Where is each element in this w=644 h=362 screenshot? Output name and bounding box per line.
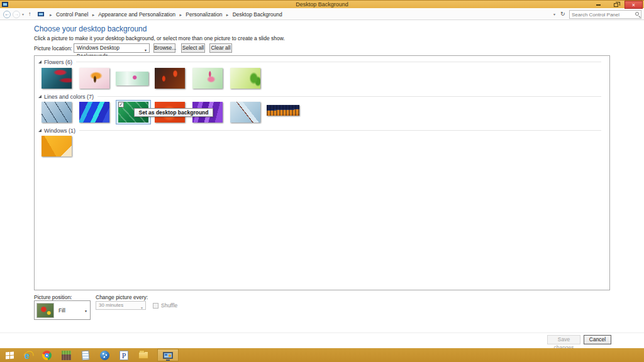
wallpaper-thumb-windows-default[interactable] xyxy=(42,136,72,156)
minimize-icon xyxy=(596,4,601,6)
chevron-down-icon: ▾ xyxy=(145,47,147,55)
picture-position-label: Picture position: xyxy=(34,294,72,300)
restore-icon xyxy=(614,3,618,7)
wallpaper-thumb-blue-cyan-abstract[interactable] xyxy=(79,102,109,123)
taskbar-item-blue-sphere-app[interactable] xyxy=(96,349,113,361)
collapse-triangle-icon xyxy=(38,95,42,98)
wallpaper-thumb-city-skyline-strip[interactable] xyxy=(267,105,299,116)
select-all-button[interactable]: Select all xyxy=(181,43,205,53)
selected-checkbox[interactable]: ✓ xyxy=(118,102,124,107)
wallpaper-gallery: Flowers (6) Lines and colors (7) ✓ Windo… xyxy=(34,55,610,290)
p-app-icon: P xyxy=(119,351,128,360)
taskbar-item-internet-explorer[interactable]: e xyxy=(19,349,35,361)
taskbar-item-p-app[interactable]: P xyxy=(116,349,132,361)
collapse-triangle-icon xyxy=(38,60,42,63)
search-icon xyxy=(635,12,639,16)
category-header-windows[interactable]: Windows (1) xyxy=(38,127,601,134)
change-picture-dropdown-disabled: 30 minutes ▾ xyxy=(96,301,146,310)
address-dropdown-icon[interactable]: ▾ xyxy=(553,12,555,16)
up-button[interactable]: ↑ xyxy=(28,11,31,17)
taskbar-item-desktop-background-active[interactable] xyxy=(157,349,179,361)
category-header-lines-and-colors[interactable]: Lines and colors (7) xyxy=(38,93,601,100)
blue-sphere-icon xyxy=(100,351,109,360)
breadcrumb: ▸ Control Panel ▸ Appearance and Persona… xyxy=(47,11,282,18)
browse-button[interactable]: Browse... xyxy=(153,43,175,53)
category-label: Windows (1) xyxy=(44,128,75,134)
wallpaper-thumb-blue-diagonal-lines[interactable] xyxy=(42,102,72,123)
taskbar: e P ▲ 10:55 AM 1/11/2014 xyxy=(0,348,644,362)
breadcrumb-item-appearance[interactable]: Appearance and Personalization xyxy=(98,11,175,18)
category-header-flowers[interactable]: Flowers (6) xyxy=(38,58,601,65)
wallpaper-thumb-pale-blue-stripe[interactable] xyxy=(230,102,260,123)
category-label: Lines and colors (7) xyxy=(44,94,94,100)
category-label: Flowers (6) xyxy=(44,59,72,65)
wallpaper-thumb-red-tulips-dark[interactable] xyxy=(155,68,185,89)
footer-divider xyxy=(0,332,644,333)
taskbar-item-file-explorer[interactable] xyxy=(135,349,152,361)
wallpaper-thumb-fuchsia-on-green[interactable] xyxy=(192,68,223,89)
location-icon xyxy=(38,12,44,16)
tooltip: Set as desktop background xyxy=(134,108,213,117)
change-picture-value: 30 minutes xyxy=(99,302,123,308)
wallpaper-thumb-green-leaves[interactable] xyxy=(230,68,260,89)
picture-location-label: Picture location: xyxy=(34,45,72,52)
taskbar-item-notepad[interactable] xyxy=(77,349,94,361)
desktop: Desktop Background × ← → ▾ ↑ ▸ Control P… xyxy=(0,0,644,362)
chevron-down-icon: ▾ xyxy=(85,309,87,313)
breadcrumb-separator-icon: ▸ xyxy=(90,13,97,17)
shuffle-option: Shuffle xyxy=(153,302,177,309)
windows-logo-icon xyxy=(6,351,14,359)
breadcrumb-item-desktop-background[interactable]: Desktop Background xyxy=(233,11,282,18)
wallpaper-thumb-orange-flower-pink[interactable] xyxy=(79,68,109,89)
save-changes-button: Save changes xyxy=(547,335,580,344)
wallpaper-thumb-flower-red-on-teal[interactable] xyxy=(42,68,72,89)
wallpaper-thumb-pink-flower-mint-strip[interactable] xyxy=(116,72,148,85)
minecraft-icon xyxy=(62,351,71,360)
recent-pages-dropdown-icon[interactable]: ▾ xyxy=(22,12,24,16)
breadcrumb-item-control-panel[interactable]: Control Panel xyxy=(56,11,89,18)
picture-position-preview-thumb xyxy=(36,303,54,318)
chevron-down-icon: ▾ xyxy=(141,304,143,312)
category-rule xyxy=(97,96,601,97)
change-picture-label: Change picture every: xyxy=(96,294,148,300)
chrome-icon xyxy=(42,351,52,360)
file-explorer-icon xyxy=(138,351,148,359)
page-subtitle: Click a picture to make it your desktop … xyxy=(34,35,285,41)
taskbar-item-minecraft[interactable] xyxy=(58,349,74,361)
breadcrumb-item-personalization[interactable]: Personalization xyxy=(186,11,222,18)
forward-button[interactable]: → xyxy=(13,11,20,18)
page-title: Choose your desktop background xyxy=(34,25,147,33)
search-box xyxy=(569,10,641,19)
picture-location-dropdown[interactable]: Windows Desktop Backgrounds ▾ xyxy=(74,43,150,53)
address-bar: ← → ▾ ↑ ▸ Control Panel ▸ Appearance and… xyxy=(0,9,644,20)
window-title: Desktop Background xyxy=(0,1,644,8)
category-rule xyxy=(79,130,601,131)
breadcrumb-separator-icon: ▸ xyxy=(224,13,231,17)
restore-button[interactable] xyxy=(607,1,625,9)
notepad-icon xyxy=(81,350,89,360)
close-button[interactable]: × xyxy=(625,1,643,9)
minimize-button[interactable] xyxy=(589,1,607,9)
taskbar-item-chrome[interactable] xyxy=(38,349,55,361)
cancel-button[interactable]: Cancel xyxy=(584,335,611,344)
search-input[interactable] xyxy=(572,11,633,18)
picture-position-dropdown[interactable]: Fill ▾ xyxy=(34,300,91,320)
breadcrumb-separator-icon: ▸ xyxy=(47,13,55,17)
back-button[interactable]: ← xyxy=(3,11,11,18)
refresh-icon[interactable]: ↻ xyxy=(560,11,565,17)
collapse-triangle-icon xyxy=(38,129,42,132)
start-button[interactable] xyxy=(1,349,18,361)
picture-position-value: Fill xyxy=(58,307,65,314)
clear-all-button[interactable]: Clear all xyxy=(209,43,232,53)
breadcrumb-separator-icon: ▸ xyxy=(177,13,184,17)
internet-explorer-icon: e xyxy=(25,351,30,360)
display-settings-icon xyxy=(163,352,173,359)
shuffle-label: Shuffle xyxy=(161,302,177,309)
shuffle-checkbox xyxy=(153,303,158,309)
title-bar: Desktop Background × xyxy=(0,0,644,8)
category-rule xyxy=(76,62,601,62)
